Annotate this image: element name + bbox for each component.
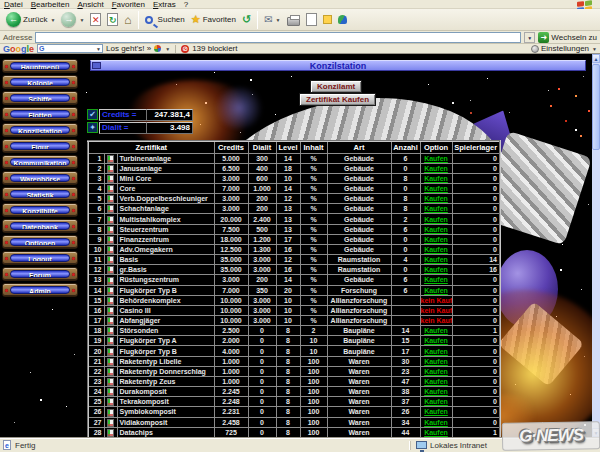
option-cell: Kaufen [420,326,452,336]
credits-cell: 35.000 [214,255,248,265]
notes-button[interactable] [320,10,335,30]
dialit-cell: 0 [248,336,276,346]
menu-datei[interactable]: Datei [0,0,27,9]
address-dropdown-icon[interactable]: ▼ [524,32,535,43]
favorites-button[interactable]: ★ Favoriten [188,10,239,30]
kaufen-link[interactable]: Kaufen [424,175,448,182]
dialit-cell: 1.000 [248,183,276,193]
go-button[interactable]: ➜ Wechseln zu [538,32,597,43]
certificate-name: Adv.Omegakern [117,244,214,254]
sidebar-item-kolonie[interactable]: Kolonie [2,75,78,89]
vertical-scrollbar[interactable]: ▲ ▼ [592,54,600,437]
kaufen-link[interactable]: Kaufen [424,348,448,355]
menu-bearbeiten[interactable]: Bearbeiten [27,0,74,9]
sidebar-item-optionen[interactable]: Optionen [2,235,78,249]
kaufen-link[interactable]: Kaufen [424,216,448,223]
kaufen-link[interactable]: Kaufen [424,195,448,202]
sidebar-item-admin[interactable]: Admin [2,283,78,297]
sidebar-item-konzilstation[interactable]: Konzilstation [2,123,78,137]
scroll-up-button[interactable]: ▲ [592,54,600,63]
zertifikat-kaufen-button[interactable]: Zertifikat Kaufen [299,93,376,106]
home-button[interactable]: ⌂ [121,10,134,30]
sidebar-item-flotten[interactable]: Flotten [2,107,78,121]
forward-button[interactable]: → ▼ [58,10,87,30]
kaufen-link[interactable]: Kaufen [424,378,448,385]
credits-cell: 2.245 [214,387,248,397]
kaufen-link[interactable]: Kaufen [424,205,448,212]
google-search-dropdown-icon[interactable]: ▼ [96,46,101,52]
sidebar-item-label: Kommunikation [10,158,70,166]
anzahl-cell: 0 [391,183,420,193]
menu-ansicht[interactable]: Ansicht [73,0,107,9]
kaufen-link[interactable]: Kaufen [424,398,448,405]
popup-blocker-count[interactable]: 139 blockiert [192,44,237,53]
kaufen-link[interactable]: Kaufen [424,246,448,253]
sidebar-item-kommunikation[interactable]: Kommunikation [2,155,78,169]
mail-button[interactable]: ✉ ▼ [261,10,283,30]
credits-cell: 20.000 [214,214,248,224]
back-button[interactable]: ← Zurück ▼ [3,10,58,30]
sidebar-item-warenb-rse[interactable]: Warenbörse [2,171,78,185]
menu-help[interactable]: ? [180,0,192,9]
konzilamt-button[interactable]: Konzilamt [310,80,362,93]
option-cell: Kaufen [420,366,452,376]
certificate-icon [107,226,114,234]
kaufen-link[interactable]: Kaufen [424,287,448,294]
kaufen-link[interactable]: Kaufen [424,388,448,395]
kaufen-link[interactable]: Kaufen [424,185,448,192]
kaufen-link[interactable]: Kaufen [424,155,448,162]
kaufen-link[interactable]: Kaufen [424,226,448,233]
kaufen-link[interactable]: Kaufen [424,368,448,375]
sidebar-item-konzilhilfe[interactable]: Konzilhilfe [2,203,78,217]
scrollbar-thumb[interactable] [592,64,600,150]
kaufen-link[interactable]: Kaufen [424,429,448,436]
sidebar-item-statistik[interactable]: Statistik [2,187,78,201]
history-button[interactable]: ↺ [239,10,254,30]
search-button[interactable]: Suchen [142,10,188,30]
edit-button[interactable] [303,10,320,30]
mail-dropdown-icon[interactable]: ▼ [276,17,281,23]
certificate-icon [107,175,114,183]
kaufen-link[interactable]: Kaufen [424,327,448,334]
forward-dropdown-icon[interactable]: ▼ [79,17,84,23]
kaufen-link[interactable]: Kaufen [424,165,448,172]
sidebar-item-figur[interactable]: Figur [2,139,78,153]
refresh-button[interactable]: ↻ [104,10,121,30]
kaufen-link[interactable]: Kaufen [424,408,448,415]
google-settings-icon [531,45,539,53]
spielerlager-cell: 0 [452,163,500,173]
sidebar-item-hauptmen[interactable]: Hauptmenü [2,59,78,73]
kaufen-link[interactable]: Kaufen [424,358,448,365]
dialit-cell: 0 [248,356,276,366]
google-go-dropdown-icon[interactable]: ▼ [165,46,170,52]
address-input[interactable] [35,32,521,43]
print-button[interactable] [284,10,303,30]
anzahl-cell [391,316,420,326]
menu-favoriten[interactable]: Favoriten [108,0,149,9]
credits-cell: 7.000 [214,285,248,295]
credits-cell: 1.000 [214,376,248,386]
kaufen-link[interactable]: Kaufen [424,337,448,344]
kaufen-link[interactable]: Kaufen [424,276,448,283]
sidebar-item-schiffe[interactable]: Schiffe [2,91,78,105]
kaufen-link[interactable]: Kaufen [424,256,448,263]
menu-extras[interactable]: Extras [149,0,180,9]
spielerlager-cell: 0 [452,316,500,326]
messenger-button[interactable] [335,10,350,30]
sidebar-item-label: Figur [10,142,70,150]
stop-button[interactable]: ✕ [87,10,104,30]
credits-cell: 10.000 [214,295,248,305]
sidebar-item-forum[interactable]: Forum [2,267,78,281]
anzahl-cell: 0 [391,244,420,254]
kaufen-link[interactable]: Kaufen [424,266,448,273]
google-settings-button[interactable]: Einstellungen ▼ [531,44,597,53]
sidebar-item-logout[interactable]: Logout [2,251,78,265]
kaufen-link[interactable]: Kaufen [424,236,448,243]
column-header-option: Option [420,141,452,153]
kaufen-link[interactable]: Kaufen [424,419,448,426]
google-go-button[interactable]: Los geht's! » [106,44,151,53]
google-search-input[interactable]: G ▼ [37,44,103,53]
back-dropdown-icon[interactable]: ▼ [50,17,55,23]
sidebar-item-datenbank[interactable]: Datenbank [2,219,78,233]
option-cell: Kaufen [420,397,452,407]
